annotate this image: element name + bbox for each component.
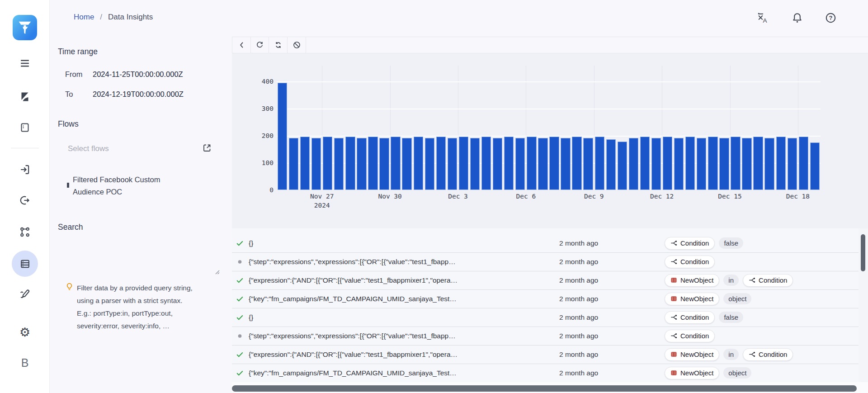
to-value[interactable]: 2024-12-19T00:00:00.000Z (93, 90, 184, 99)
badge-newobject[interactable]: NewObject (665, 293, 719, 305)
histogram-bar[interactable] (368, 137, 377, 190)
histogram-bar[interactable] (640, 137, 650, 190)
settings-icon[interactable]: ⚙ (19, 327, 30, 339)
histogram-bar[interactable] (300, 137, 310, 190)
badge-plain[interactable]: in (723, 275, 739, 286)
histogram-bar[interactable] (629, 138, 638, 190)
histogram-bar[interactable] (504, 137, 514, 190)
document-icon[interactable] (19, 122, 30, 133)
kibana-icon[interactable] (19, 91, 30, 103)
histogram-bar[interactable] (481, 137, 491, 190)
horizontal-scrollbar-thumb[interactable] (232, 385, 857, 392)
histogram-bar[interactable] (357, 138, 366, 190)
table-row[interactable]: {}2 month agoConditionfalse (232, 234, 859, 253)
histogram-bar[interactable] (685, 137, 695, 190)
histogram-bar[interactable] (379, 138, 389, 190)
table-row[interactable]: {"step":"expressions","expressions":[{"O… (232, 252, 859, 271)
block-icon-button[interactable] (287, 37, 306, 53)
histogram-bar[interactable] (402, 138, 411, 190)
histogram-bar[interactable] (515, 138, 525, 190)
badge-condition[interactable]: Condition (743, 348, 793, 361)
histogram-bar[interactable] (697, 138, 706, 190)
histogram-bar[interactable] (470, 138, 480, 190)
badge-newobject[interactable]: NewObject (665, 348, 719, 361)
histogram-bar[interactable] (414, 137, 423, 190)
select-flows-input[interactable]: Select flows (68, 144, 109, 153)
histogram-bar[interactable] (764, 138, 774, 190)
histogram-bar[interactable] (742, 138, 751, 190)
histogram-bar[interactable] (448, 138, 457, 190)
histogram-bar[interactable] (538, 138, 547, 190)
app-logo[interactable] (13, 15, 37, 40)
histogram-bar[interactable] (436, 137, 446, 190)
resize-handle-icon[interactable] (215, 269, 220, 274)
histogram-bar[interactable] (549, 137, 559, 190)
histogram-bar[interactable] (663, 137, 672, 190)
badge-condition[interactable]: Condition (743, 274, 793, 287)
table-row[interactable]: {"expression":{"AND":[{"OR":[{"value":"t… (232, 271, 859, 290)
badge-condition[interactable]: Condition (665, 237, 715, 250)
flow-graph-icon[interactable] (19, 227, 31, 238)
table-row[interactable]: {"key":"fm_campaigns/FM_TD_CAMPAIGN_UMID… (232, 364, 859, 383)
histogram-bar[interactable] (731, 137, 740, 190)
table-row[interactable]: {"expression":{"AND":[{"OR":[{"value":"t… (232, 345, 859, 364)
events-histogram[interactable]: Nov 272024Nov 30Dec 3Dec 6Dec 9Dec 12Dec… (232, 53, 868, 228)
badge-condition[interactable]: Condition (665, 311, 715, 324)
search-input[interactable] (63, 235, 221, 277)
histogram-bar[interactable] (391, 137, 400, 190)
histogram-bar[interactable] (278, 83, 287, 190)
histogram-bar[interactable] (799, 137, 808, 190)
badge-plain[interactable]: in (723, 349, 739, 360)
vertical-scrollbar[interactable] (859, 228, 868, 382)
table-row[interactable]: {"key":"fm_campaigns/FM_TD_CAMPAIGN_UMID… (232, 289, 859, 308)
table-row[interactable]: {}2 month agoConditionfalse (232, 308, 859, 327)
histogram-bar[interactable] (572, 137, 581, 190)
histogram-bar[interactable] (719, 138, 729, 190)
histogram-bar[interactable] (527, 137, 536, 190)
histogram-bar[interactable] (459, 137, 468, 190)
badge-newobject[interactable]: NewObject (665, 367, 719, 379)
sign-out-icon[interactable] (19, 195, 31, 206)
histogram-bar[interactable] (753, 137, 763, 190)
refresh-icon-button[interactable] (250, 37, 269, 53)
workspace-initial[interactable]: B (21, 356, 29, 369)
badge-plain[interactable]: false (719, 312, 743, 323)
histogram-bar[interactable] (425, 138, 434, 190)
histogram-bar[interactable] (651, 138, 661, 190)
histogram-bar[interactable] (618, 142, 627, 190)
menu-icon[interactable] (19, 58, 31, 69)
histogram-bar[interactable] (674, 138, 684, 190)
badge-newobject[interactable]: NewObject (665, 274, 719, 287)
badge-plain[interactable]: false (719, 237, 743, 249)
histogram-bar[interactable] (323, 137, 332, 190)
histogram-bar[interactable] (595, 137, 604, 190)
histogram-bar[interactable] (788, 138, 797, 190)
histogram-bar[interactable] (810, 142, 820, 190)
histogram-bar[interactable] (708, 137, 717, 190)
sync-icon-button[interactable] (269, 37, 287, 53)
histogram-bar[interactable] (334, 138, 344, 190)
badge-condition[interactable]: Condition (665, 330, 715, 342)
histogram-bar[interactable] (289, 138, 298, 190)
histogram-bar[interactable] (561, 138, 570, 190)
from-value[interactable]: 2024-11-25T00:00:00.000Z (93, 70, 183, 79)
histogram-bar[interactable] (606, 139, 616, 190)
table-row[interactable]: {"step":"expressions","expressions":[{"O… (232, 327, 859, 346)
badge-plain[interactable]: object (723, 293, 751, 304)
row-message: {"key":"fm_campaigns/FM_TD_CAMPAIGN_UMID… (249, 369, 457, 377)
histogram-bar[interactable] (345, 137, 355, 190)
sidebar-item-data-insights[interactable] (12, 251, 38, 277)
badge-plain[interactable]: object (723, 367, 751, 379)
histogram-bar[interactable] (493, 138, 502, 190)
badge-condition[interactable]: Condition (665, 256, 715, 268)
signature-edit-icon[interactable] (19, 288, 31, 300)
horizontal-scrollbar[interactable] (232, 382, 868, 393)
histogram-bar[interactable] (583, 138, 593, 190)
histogram-bar[interactable] (311, 138, 321, 190)
vertical-scrollbar-thumb[interactable] (861, 234, 865, 271)
external-link-icon[interactable] (202, 143, 212, 153)
selected-flow-item[interactable]: Filtered Facebook Custom Audience POC (73, 174, 177, 198)
histogram-bar[interactable] (776, 137, 786, 190)
back-icon-button[interactable] (232, 37, 250, 53)
sign-in-icon[interactable] (19, 164, 31, 175)
